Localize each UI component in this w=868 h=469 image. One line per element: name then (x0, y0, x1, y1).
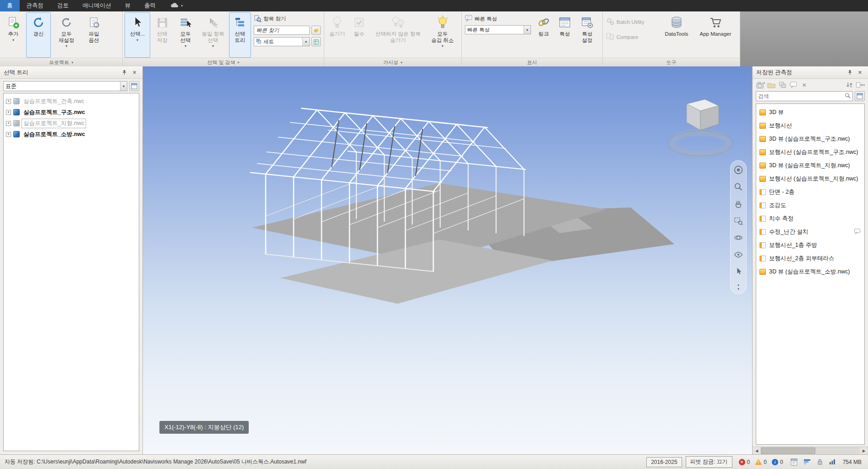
datatools-button[interactable]: DataTools (660, 12, 693, 58)
hide-unselected-button[interactable]: 선택하지 않은 항목 숨기기 (370, 12, 426, 58)
quick-properties-button[interactable]: 빠른 특성 (465, 15, 531, 23)
refresh-button[interactable]: 갱신 (26, 12, 51, 58)
viewpoint-item[interactable]: 보행시선 (756, 119, 864, 132)
navigation-wheel-button[interactable] (733, 165, 743, 175)
hide-button[interactable]: 숨기기 (326, 12, 348, 58)
save-selection-button[interactable]: 선택 저장 (152, 12, 173, 58)
viewpoints-list[interactable]: 3D 뷰 보행시선 3D 뷰 (실습프로젝트_구조.nwc) 보행시선 (실습프… (756, 104, 865, 445)
zoom-window-tool-button[interactable] (733, 216, 743, 226)
viewpoint-item[interactable]: 보행시선 (실습프로젝트_구조.nwc) (756, 146, 864, 159)
select-button[interactable]: 선택... ▾ (125, 12, 150, 58)
pin-icon[interactable] (846, 68, 854, 77)
new-folder-button[interactable] (767, 81, 776, 89)
group-dropdown-icon[interactable]: ▾ (238, 60, 240, 65)
saved-viewpoints-header: 저장된 관측점 ✕ (753, 66, 868, 79)
warning-count-button[interactable]: !0 (755, 459, 767, 465)
viewpoint-item[interactable]: 조감도 (756, 199, 864, 212)
viewpoint-item[interactable]: 치수 측정 (756, 212, 864, 225)
pan-tool-button[interactable] (733, 199, 743, 209)
cloud-menu-button[interactable]: ▾ (165, 0, 188, 11)
tree-window-button[interactable] (129, 81, 139, 91)
batch-utility-button[interactable]: Batch Utility (606, 17, 657, 27)
report-log-button[interactable] (790, 458, 799, 466)
group-dropdown-icon[interactable]: ▾ (400, 60, 402, 65)
pivot-lock-toggle[interactable]: 피벗 잠금: 끄기 (686, 456, 732, 468)
navbar-more-icon[interactable]: ▾▾ (737, 284, 739, 290)
update-viewpoint-button[interactable] (778, 81, 787, 89)
import-export-button[interactable]: ▾ (856, 81, 865, 89)
scroll-left-button[interactable]: ◀ (753, 447, 761, 454)
sort-button[interactable] (845, 81, 854, 89)
quick-find-input[interactable]: 빠른 찾기 (254, 26, 310, 35)
viewpoints-hscrollbar[interactable]: ◀ ▶ (753, 447, 868, 454)
delete-viewpoint-button[interactable]: ✕ (800, 81, 809, 89)
expand-icon[interactable]: + (6, 99, 11, 104)
properties-button[interactable]: 특성 (555, 12, 574, 58)
group-dropdown-icon[interactable]: ▾ (71, 60, 73, 65)
tree-item[interactable]: + 실습프로젝트_소방.nwc (5, 129, 137, 140)
orbit-tool-button[interactable] (733, 233, 743, 243)
viewpoint-item[interactable]: 보행시선_2층 외부테라스 (756, 252, 864, 265)
pin-icon[interactable] (120, 68, 129, 77)
close-icon[interactable]: ✕ (130, 68, 139, 77)
tab-animation[interactable]: 애니메이션 (76, 0, 118, 11)
links-button[interactable]: 링크 (534, 12, 554, 58)
viewpoint-item[interactable]: 단면 - 2층 (756, 185, 864, 199)
select-all-button[interactable]: 모두 선택 ▾ (174, 12, 197, 58)
sets-window-button[interactable] (311, 37, 321, 46)
viewpoints-search-input[interactable] (756, 91, 853, 101)
expand-icon[interactable]: + (6, 132, 11, 137)
viewpoint-item[interactable]: 3D 뷰 (756, 106, 864, 119)
viewpoint-item[interactable]: 3D 뷰 (실습프로젝트_지형.nwc) (756, 159, 864, 172)
error-count-button[interactable]: ✕0 (739, 459, 750, 465)
viewpoint-item[interactable]: 수정_난간 설치 (756, 225, 864, 239)
sets-dropdown[interactable]: 세트 ▾ (254, 37, 310, 46)
unhide-all-button[interactable]: 모두 숨김 취소 ▾ (427, 12, 458, 58)
find-items-button[interactable]: 항목 찾기 (254, 15, 321, 23)
tree-item[interactable]: + 실습프로젝트_건축.nwc (5, 96, 137, 107)
viewport-3d[interactable]: ▾▾ X1(-12)-Y8(-8) : 지붕상단 (12) (143, 66, 752, 454)
file-options-button[interactable]: 파일 옵션 (82, 12, 106, 58)
compare-button[interactable]: Compare (606, 32, 657, 42)
tree-item[interactable]: + 실습프로젝트_구조.nwc (5, 107, 137, 118)
tree-item[interactable]: + 실습프로젝트_지형.nwc (5, 118, 137, 129)
viewpoints-window-button[interactable] (855, 91, 865, 101)
zoom-tool-button[interactable] (733, 182, 743, 192)
select-same-button[interactable]: 동일 항목 선택 ▾ (198, 12, 228, 58)
tab-home[interactable]: 홈 (0, 0, 20, 11)
viewpoint-item[interactable]: 3D 뷰 (실습프로젝트_소방.nwc) (756, 265, 864, 278)
scroll-right-button[interactable]: ▶ (860, 447, 868, 454)
viewcube[interactable] (661, 85, 739, 172)
append-button[interactable]: 추가 ▾ (2, 12, 25, 58)
scrollbar-thumb[interactable] (761, 447, 815, 454)
require-button[interactable]: 필수 (349, 12, 369, 58)
viewpoint-item[interactable]: 보행시선_1층 주방 (756, 239, 864, 252)
viewpoints-search-row (753, 90, 868, 104)
property-settings-button[interactable]: 특성 설정 (576, 12, 599, 58)
add-comment-button[interactable] (789, 81, 798, 89)
close-icon[interactable]: ✕ (856, 68, 864, 77)
expand-icon[interactable]: + (6, 110, 11, 115)
quick-find-run-button[interactable] (311, 26, 321, 35)
info-count-button[interactable]: i0 (772, 459, 783, 465)
expand-icon[interactable]: + (6, 121, 11, 126)
notification-counts: ✕0 !0 i0 (736, 459, 786, 465)
scrollbar-track[interactable] (761, 447, 860, 454)
look-tool-button[interactable] (733, 250, 743, 260)
viewpoint-item[interactable]: 3D 뷰 (실습프로젝트_구조.nwc) (756, 132, 864, 146)
selection-tree-button[interactable]: 선택 트리 (229, 12, 251, 58)
quick-properties-dropdown[interactable]: 빠른 특성 ▾ (465, 25, 531, 34)
tab-review[interactable]: 검토 (50, 0, 76, 11)
selection-tree[interactable]: + 실습프로젝트_건축.nwc + 실습프로젝트_구조.nwc + 실습프로젝트… (3, 93, 139, 451)
viewpoint-item[interactable]: 보행시선 (실습프로젝트_지형.nwc) (756, 172, 864, 185)
reset-all-button[interactable]: 모두 재설정 ▾ (52, 12, 81, 58)
viewpoint-label: 보행시선_2층 외부테라스 (769, 255, 834, 262)
tab-viewpoint[interactable]: 관측점 (20, 0, 51, 11)
app-manager-button[interactable]: App Manager (694, 12, 737, 58)
tab-view[interactable]: 뷰 (118, 0, 138, 11)
tree-mode-dropdown[interactable]: 표준 ▾ (3, 81, 127, 91)
save-viewpoint-button[interactable] (756, 81, 765, 89)
select-tool-button[interactable] (733, 267, 743, 277)
tab-output[interactable]: 출력 (137, 0, 163, 11)
search-input[interactable] (758, 93, 845, 99)
